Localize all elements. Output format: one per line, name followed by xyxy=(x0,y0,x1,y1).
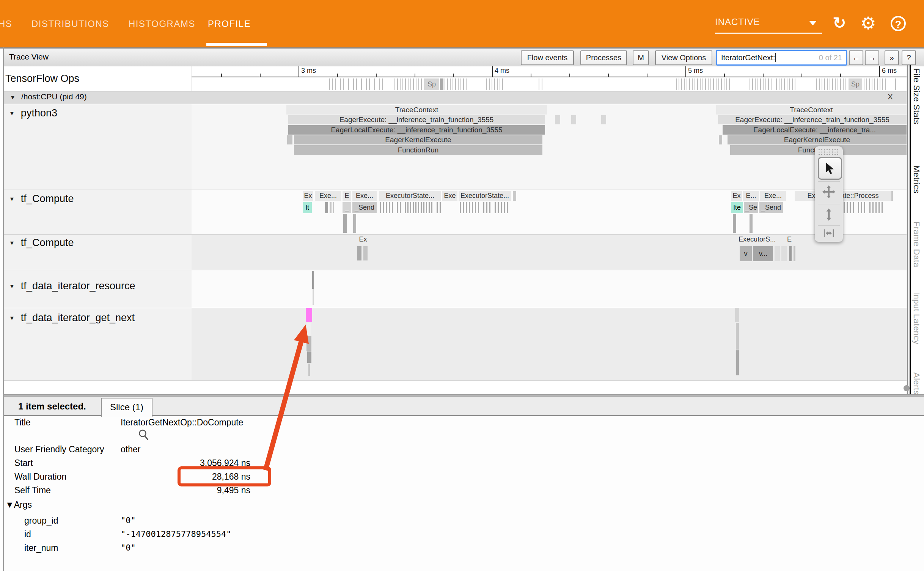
tab-slice[interactable]: Slice (1) xyxy=(101,398,152,417)
trace-event-mark[interactable] xyxy=(735,308,739,322)
op-event-tick[interactable] xyxy=(348,78,349,90)
executor-event-tick[interactable] xyxy=(850,202,851,213)
op-event-tick[interactable] xyxy=(702,78,703,90)
op-event-tick[interactable] xyxy=(408,78,409,90)
op-event-tick[interactable] xyxy=(705,78,706,90)
collapse-arrow-icon[interactable]: ▼ xyxy=(9,110,15,116)
trace-event-mark[interactable] xyxy=(750,214,753,233)
executor-event-tick[interactable] xyxy=(440,202,441,213)
op-event-tick[interactable] xyxy=(877,78,878,90)
op-event-tick[interactable] xyxy=(679,78,679,90)
op-event-tick[interactable] xyxy=(332,78,333,90)
close-icon[interactable]: X xyxy=(888,92,893,101)
sidebar-tab-input-latency[interactable]: Input Latency xyxy=(911,292,921,345)
tab-histograms[interactable]: HISTOGRAMS xyxy=(129,14,195,33)
op-event-tick[interactable] xyxy=(463,78,464,90)
executor-event-tick[interactable] xyxy=(472,202,473,213)
trace-event-mark[interactable] xyxy=(313,289,314,305)
trace-event-mark[interactable] xyxy=(333,202,334,213)
executor-event-tick[interactable] xyxy=(858,202,859,213)
trace-event-mark[interactable] xyxy=(325,202,328,213)
trace-event-mark[interactable] xyxy=(307,351,311,363)
op-event-tick[interactable] xyxy=(757,78,758,90)
op-event-tick[interactable] xyxy=(845,78,846,90)
executor-event-tick[interactable] xyxy=(507,202,508,213)
executor-event-tick[interactable] xyxy=(429,202,430,213)
executor-event-tick[interactable] xyxy=(415,202,416,213)
trace-slice[interactable]: E xyxy=(784,234,794,244)
op-event-tick[interactable] xyxy=(763,78,764,90)
op-event-tick[interactable] xyxy=(721,78,722,90)
executor-event-tick[interactable] xyxy=(847,202,848,213)
trace-slice[interactable]: ExecutorState... xyxy=(379,191,441,201)
op-event-tick[interactable] xyxy=(718,78,719,90)
op-event-tick[interactable] xyxy=(356,78,357,90)
gear-icon[interactable]: ⚙ xyxy=(858,14,878,33)
trace-event-mark[interactable] xyxy=(719,135,722,144)
trace-slice[interactable]: EagerExecute: __inference_train_function… xyxy=(718,115,907,124)
op-event-tick[interactable] xyxy=(729,78,730,90)
op-event-tick[interactable] xyxy=(819,78,820,90)
op-event-tick[interactable] xyxy=(418,78,419,90)
op-event-tick[interactable] xyxy=(343,78,344,90)
executor-event-tick[interactable] xyxy=(864,202,865,213)
op-event-tick[interactable] xyxy=(708,78,709,90)
op-event-tick[interactable] xyxy=(760,78,761,90)
trace-slice[interactable]: E xyxy=(343,191,351,201)
selection-tool-button[interactable] xyxy=(818,157,842,180)
zoom-tool-button[interactable] xyxy=(818,204,840,225)
tab-distributions[interactable]: DISTRIBUTIONS xyxy=(31,14,109,33)
trace-slice[interactable]: EagerExecute: __inference_train_function… xyxy=(288,115,545,124)
op-event-tick[interactable] xyxy=(340,78,341,90)
trace-event-mark[interactable] xyxy=(307,323,311,336)
op-event-tick[interactable] xyxy=(466,78,467,90)
trace-slice[interactable]: Exe... xyxy=(352,191,377,201)
op-event-tick[interactable] xyxy=(500,78,500,90)
op-event-tick[interactable] xyxy=(830,78,830,90)
op-event-tick[interactable] xyxy=(697,78,698,90)
executor-event-tick[interactable] xyxy=(478,202,479,213)
op-event-tick[interactable] xyxy=(450,78,451,90)
collapse-arrow-icon[interactable]: ▼ xyxy=(10,94,16,100)
op-event-tick[interactable] xyxy=(494,78,495,90)
executor-event-tick[interactable] xyxy=(872,202,874,213)
op-event-tick[interactable] xyxy=(768,78,769,90)
op-event-tick[interactable] xyxy=(402,78,403,90)
op-event-tick[interactable] xyxy=(413,78,414,90)
op-event-tick[interactable] xyxy=(750,78,750,90)
op-event-tick[interactable] xyxy=(502,78,503,90)
op-event-tick[interactable] xyxy=(869,78,870,90)
executor-event-tick[interactable] xyxy=(405,202,406,213)
op-event-tick[interactable] xyxy=(880,78,880,90)
executor-event-tick[interactable] xyxy=(489,202,490,213)
op-event-tick[interactable] xyxy=(353,78,354,90)
op-event-tick[interactable] xyxy=(724,78,724,90)
op-event-tick[interactable] xyxy=(695,78,695,90)
executor-event-tick[interactable] xyxy=(486,202,487,213)
op-event-tick[interactable] xyxy=(684,78,685,90)
op-event-tick[interactable] xyxy=(822,78,822,90)
trace-group-label[interactable]: ▼tf_Compute xyxy=(9,192,74,205)
trace-slice[interactable]: FunctionRun xyxy=(294,145,542,155)
trace-event-mark[interactable] xyxy=(736,350,739,375)
op-event-tick[interactable] xyxy=(361,78,362,90)
op-event-tick[interactable] xyxy=(689,78,690,90)
op-event-tick[interactable] xyxy=(416,78,416,90)
executor-event-tick[interactable] xyxy=(431,202,432,213)
trace-slice[interactable]: v... xyxy=(753,246,773,261)
run-selector[interactable]: INACTIVE xyxy=(715,17,760,27)
op-event-tick[interactable] xyxy=(864,78,864,90)
executor-event-tick[interactable] xyxy=(466,202,467,213)
op-event-tick[interactable] xyxy=(835,78,836,90)
op-event-tick[interactable] xyxy=(710,78,711,90)
collapse-arrow-icon[interactable]: ▼ xyxy=(9,240,15,246)
more-button[interactable]: » xyxy=(885,50,899,65)
op-event-tick[interactable] xyxy=(492,78,492,90)
trace-slice[interactable]: ExecutorS... xyxy=(731,234,784,244)
op-event-tick[interactable] xyxy=(816,78,817,90)
op-event-tick[interactable] xyxy=(872,78,872,90)
op-event-tick[interactable] xyxy=(692,78,693,90)
trace-event-mark[interactable] xyxy=(343,214,347,233)
op-event-tick[interactable] xyxy=(792,78,793,90)
op-event-tick[interactable] xyxy=(539,78,539,90)
